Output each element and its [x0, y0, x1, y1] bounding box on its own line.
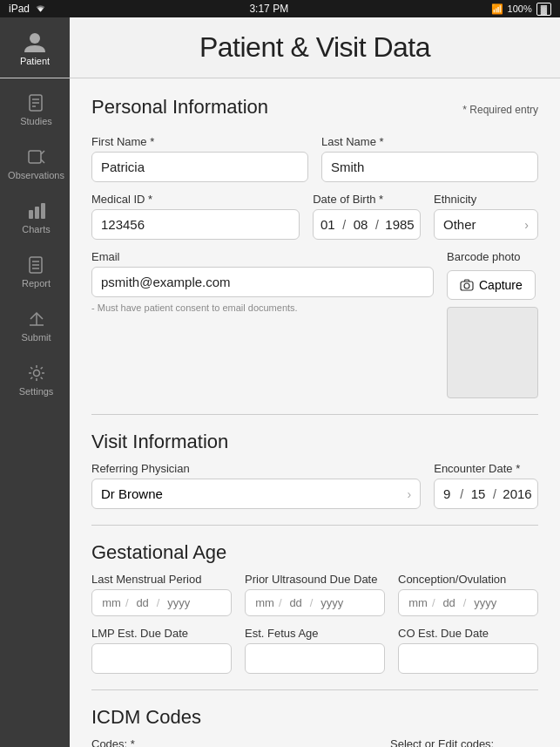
studies-label: Studies — [20, 116, 52, 126]
lmp-month-input[interactable] — [99, 596, 124, 609]
bluetooth-icon: 📶 — [491, 3, 503, 15]
lmp-est-group: LMP Est. Due Date — [91, 627, 232, 674]
lmp-est-input[interactable] — [91, 643, 232, 674]
encounter-year-input[interactable] — [497, 479, 537, 508]
patient-nav-item[interactable]: Patient — [0, 17, 70, 78]
svg-rect-9 — [35, 207, 39, 219]
medical-id-input[interactable] — [91, 209, 300, 240]
referring-physician-select[interactable]: Dr Browne › — [91, 479, 421, 509]
patient-icon — [23, 30, 47, 54]
lmp-day-input[interactable] — [131, 596, 155, 609]
svg-point-15 — [33, 370, 39, 377]
prior-month-input[interactable] — [253, 596, 277, 609]
icdm-title: ICDM Codes — [91, 706, 538, 729]
sidebar-item-report[interactable]: Report — [0, 245, 70, 299]
section-divider-3 — [91, 689, 538, 690]
prior-day-input[interactable] — [284, 596, 308, 609]
prior-ultrasound-group: Prior Ultrasound Due Date / / — [245, 573, 385, 616]
wifi-icon — [34, 3, 47, 14]
charts-label: Charts — [22, 224, 50, 234]
page-title: Patient & Visit Data — [70, 31, 560, 64]
main-layout: Studies Observations Charts — [0, 78, 560, 747]
settings-icon — [27, 363, 46, 383]
last-name-label: Last Name * — [321, 135, 538, 148]
last-name-group: Last Name * — [321, 135, 538, 182]
medical-id-group: Medical ID * — [91, 193, 300, 240]
svg-point-17 — [464, 283, 469, 289]
gestational-age-title: Gestational Age — [91, 541, 538, 564]
co-est-label: CO Est. Due Date — [398, 627, 538, 640]
ethnicity-label: Ethnicity — [434, 193, 538, 206]
sidebar-item-studies[interactable]: Studies — [0, 83, 70, 137]
observations-label: Observations — [8, 170, 64, 180]
medical-dob-row: Medical ID * Date of Birth * / / Ethnici… — [91, 193, 538, 240]
est-fetus-label: Est. Fetus Age — [245, 627, 385, 640]
lmp-est-label: LMP Est. Due Date — [91, 627, 232, 640]
co-month-input[interactable] — [406, 596, 430, 609]
required-note: * Required entry — [462, 104, 538, 116]
patient-nav-label: Patient — [20, 56, 50, 66]
visit-row: Referring Physician Dr Browne › Encounte… — [91, 462, 538, 509]
lmp-label: Last Menstrual Period — [91, 573, 232, 586]
est-fetus-input[interactable] — [245, 643, 385, 674]
email-barcode-row: Email - Must have patient consent to ema… — [91, 250, 538, 398]
ethnicity-chevron-icon: › — [524, 218, 529, 232]
icdm-section: ICDM Codes Codes: * Add ICDM codes, clic… — [91, 706, 538, 747]
select-or-edit-label: Select or Edit codes: — [390, 737, 538, 747]
sidebar-item-settings[interactable]: Settings — [0, 353, 70, 407]
section-divider-1 — [91, 414, 538, 415]
encounter-date-label: Encounter Date * — [434, 462, 538, 475]
camera-icon — [460, 279, 474, 291]
visit-info-title: Visit Information — [91, 431, 538, 453]
conception-label: Conception/Ovulation — [398, 573, 538, 586]
ethnicity-select[interactable]: Other › — [434, 209, 538, 240]
co-est-input[interactable] — [398, 643, 538, 674]
studies-icon — [27, 93, 46, 112]
barcode-label: Barcode photo — [447, 250, 538, 263]
capture-label: Capture — [479, 278, 523, 292]
last-name-input[interactable] — [321, 152, 538, 182]
encounter-date-field: / / — [434, 479, 538, 509]
sidebar-item-charts[interactable]: Charts — [0, 191, 70, 245]
prior-date-group: / / — [245, 589, 385, 616]
battery-label: 100% — [508, 3, 532, 14]
encounter-date-group: Encounter Date * / / — [434, 462, 538, 509]
charts-icon — [27, 201, 46, 221]
status-left: iPad — [9, 3, 47, 15]
gestational-age-section: Gestational Age Last Menstrual Period / … — [91, 541, 538, 674]
conception-group: Conception/Ovulation / / — [398, 573, 538, 616]
encounter-month-input[interactable] — [435, 479, 459, 508]
icdm-row: Codes: * Add ICDM codes, click on the ri… — [91, 737, 538, 747]
sidebar-item-submit[interactable]: Submit — [0, 299, 70, 353]
est-due-row: LMP Est. Due Date Est. Fetus Age CO Est.… — [91, 627, 538, 674]
email-input[interactable] — [91, 267, 434, 297]
capture-button[interactable]: Capture — [447, 270, 536, 300]
personal-info-section: Personal Information * Required entry Fi… — [91, 96, 538, 398]
prior-ultrasound-label: Prior Ultrasound Due Date — [245, 573, 385, 586]
medical-id-label: Medical ID * — [91, 193, 300, 206]
co-year-input[interactable] — [468, 596, 503, 609]
prior-year-input[interactable] — [314, 596, 349, 609]
sidebar-item-observations[interactable]: Observations — [0, 137, 70, 191]
dob-date-group: / / — [313, 209, 421, 240]
dob-day-input[interactable] — [347, 210, 374, 239]
section-divider-2 — [91, 525, 538, 526]
svg-rect-5 — [29, 151, 41, 163]
lmp-year-input[interactable] — [161, 596, 196, 609]
encounter-day-input[interactable] — [464, 479, 492, 508]
icdm-codes-group: Codes: * Add ICDM codes, click on the ri… — [91, 737, 377, 747]
report-label: Report — [22, 278, 51, 289]
battery-icon: ▓ — [536, 3, 551, 16]
dob-year-input[interactable] — [380, 210, 420, 239]
first-name-input[interactable] — [91, 152, 308, 182]
co-day-input[interactable] — [437, 596, 462, 609]
submit-icon — [27, 309, 46, 329]
submit-label: Submit — [21, 332, 51, 343]
email-label: Email — [91, 250, 434, 263]
content-area: Personal Information * Required entry Fi… — [70, 78, 560, 747]
svg-point-0 — [30, 33, 40, 44]
status-bar: iPad 3:17 PM 📶 100% ▓ — [0, 0, 560, 17]
referring-physician-group: Referring Physician Dr Browne › — [91, 462, 421, 509]
ga-dates-row: Last Menstrual Period / / Prior Ultrasou… — [91, 573, 538, 616]
dob-month-input[interactable] — [314, 210, 341, 239]
